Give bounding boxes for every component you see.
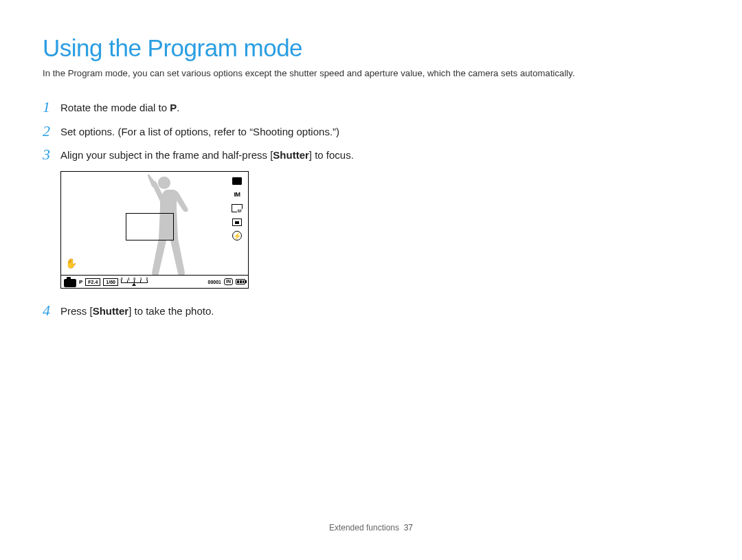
- step-number: 4: [43, 302, 60, 319]
- anti-shake-icon: ✋: [65, 258, 77, 268]
- step-3: 3 Align your subject in the frame and ha…: [43, 146, 393, 163]
- step-text: Rotate the mode dial to P.: [60, 99, 179, 115]
- step-text: Align your subject in the frame and half…: [60, 146, 354, 163]
- camera-icon: [64, 278, 76, 286]
- lcd-screen: IM ⚡ ✋ P F2.4 1/60: [60, 171, 249, 289]
- step1-pre: Rotate the mode dial to: [60, 102, 170, 113]
- step3-post: ] to focus.: [309, 149, 354, 161]
- step4-pre: Press [: [60, 305, 93, 317]
- step-4: 4 Press [Shutter] to take the photo.: [43, 302, 393, 319]
- flash-icon: ⚡: [232, 231, 243, 240]
- shutter-bold: Shutter: [93, 305, 129, 317]
- footer-section: Extended functions: [329, 523, 399, 533]
- step1-post: .: [177, 102, 179, 113]
- focus-rectangle: [126, 213, 174, 240]
- mode-p-glyph: P: [170, 102, 177, 113]
- intro-text: In the Program mode, you can set various…: [43, 67, 699, 80]
- step3-pre: Align your subject in the frame and half…: [60, 149, 273, 161]
- metering-icon: [232, 217, 243, 227]
- step-text: Set options. (For a list of options, ref…: [60, 123, 339, 139]
- image-size-icon: IM: [232, 190, 243, 199]
- shutter-speed-value: 1/60: [103, 278, 118, 286]
- ev-label: 0: [133, 277, 135, 281]
- step4-post: ] to take the photo.: [128, 305, 214, 317]
- ev-pointer-icon: [132, 283, 136, 286]
- drive-single-icon: [232, 176, 243, 186]
- step-number: 3: [43, 146, 60, 163]
- step-number: 1: [43, 99, 60, 115]
- aperture-value: F2.4: [85, 278, 100, 286]
- lcd-status-bar: P F2.4 1/60 -2 -1 0 1 2: [61, 275, 248, 288]
- page-title: Using the Program mode: [43, 34, 699, 62]
- lcd-right-icons: IM ⚡: [230, 176, 244, 240]
- ev-scale: -2 -1 0 1 2: [121, 278, 147, 286]
- steps-list: 1 Rotate the mode dial to P. 2 Set optio…: [43, 99, 393, 319]
- ev-label: 1: [140, 277, 142, 281]
- step-2: 2 Set options. (For a list of options, r…: [43, 123, 393, 139]
- ev-label: -1: [126, 277, 129, 281]
- footer-page-number: 37: [404, 523, 413, 533]
- lcd-illustration: IM ⚡ ✋ P F2.4 1/60: [60, 171, 393, 289]
- battery-icon: [236, 279, 245, 284]
- step-1: 1 Rotate the mode dial to P.: [43, 99, 393, 115]
- shutter-bold: Shutter: [273, 149, 309, 161]
- mode-indicator: P: [79, 279, 82, 285]
- flash-glyph: ⚡: [233, 232, 241, 240]
- lcd-viewfinder: IM ⚡ ✋: [61, 172, 248, 275]
- page-footer: Extended functions 37: [0, 523, 742, 533]
- step-text: Press [Shutter] to take the photo.: [60, 302, 214, 319]
- quality-sf-icon: [232, 203, 243, 213]
- ev-label: -2: [120, 277, 122, 281]
- step-number: 2: [43, 123, 60, 139]
- storage-in-icon: IN: [224, 278, 233, 285]
- frame-counter: 00001: [208, 280, 221, 284]
- ev-label: 2: [146, 277, 148, 281]
